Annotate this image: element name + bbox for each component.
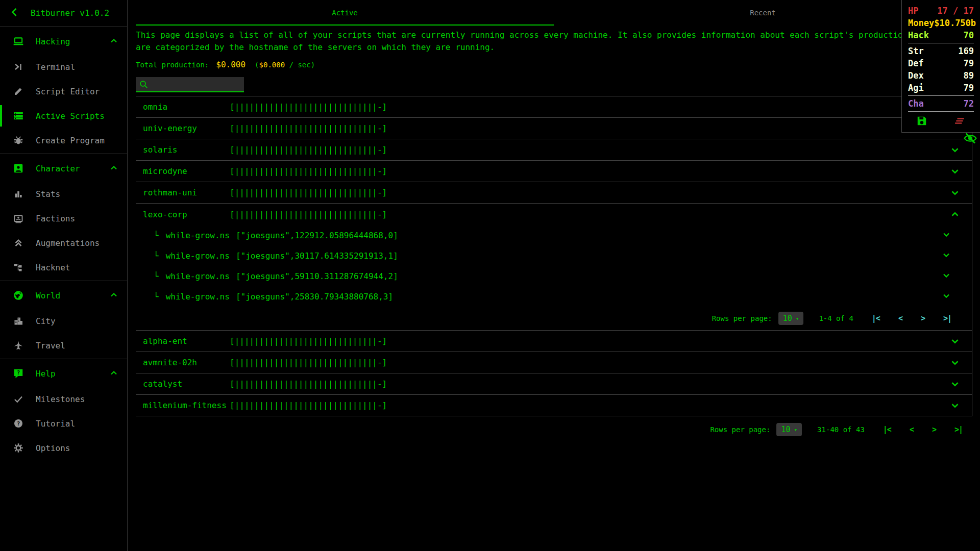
server-name: alpha-ent [143,336,230,346]
sidebar-group-label: Character [36,164,80,173]
sidebar-item-options[interactable]: Options [0,436,127,460]
server-name: lexo-corp [143,210,230,219]
chevron-down-icon [949,400,961,413]
server-row[interactable]: microdyne [|||||||||||||||||||||||||||||… [136,161,972,182]
server-row[interactable]: solaris [|||||||||||||||||||||||||||||-] [136,139,972,161]
chevron-down-icon [949,336,961,349]
total-production-rate: ($0.000 / sec) [255,61,315,69]
sidebar-item-factions[interactable]: Factions [0,206,127,231]
previous-page-icon[interactable]: < [910,425,914,434]
sidebar-group-character[interactable]: Character [0,155,127,182]
chevron-up-icon [109,368,119,380]
last-page-icon[interactable]: >| [954,425,963,434]
globe-icon [12,289,24,302]
previous-page-icon[interactable]: < [898,314,902,323]
server-list-pagination: Rows per page: 10▾ 31-40 of 43 |< < > >| [136,416,972,443]
chevron-down-icon [949,357,961,370]
server-progress-bar: [|||||||||||||||||||||||||||||-] [230,210,387,219]
gear-icon [12,442,24,454]
sidebar-group-hacking[interactable]: Hacking [0,28,127,55]
sidebar-item-terminal[interactable]: Terminal [0,55,127,79]
sidebar-item-stats[interactable]: Stats [0,182,127,206]
server-name: millenium-fitness [143,400,230,410]
server-row[interactable]: omnia [|||||||||||||||||||||||||||||-] [136,96,972,118]
collapse-sidebar-button[interactable] [8,6,21,19]
divider [908,111,974,112]
server-row[interactable]: rothman-uni [|||||||||||||||||||||||||||… [136,182,972,204]
save-game-button[interactable] [916,115,927,128]
chevron-down-icon [941,230,951,242]
active-tab-indicator [136,24,554,26]
server-progress-bar: [|||||||||||||||||||||||||||||-] [230,400,387,410]
next-page-icon[interactable]: > [921,314,925,323]
script-row[interactable]: └ while-grow.ns ["joesguns",30117.614335… [136,245,972,266]
floppy-save-icon [916,115,927,127]
server-row-expanded[interactable]: lexo-corp [|||||||||||||||||||||||||||||… [136,204,972,225]
chevron-left-icon [9,6,21,18]
server-name: solaris [143,145,230,155]
sidebar-item-label: Travel [36,341,65,350]
sidebar-item-script-editor[interactable]: Script Editor [0,79,127,104]
sidebar-item-milestones[interactable]: Milestones [0,387,127,411]
first-page-icon[interactable]: |< [872,314,880,323]
tree-branch-glyph: └ [154,271,159,281]
main-content: Active Recent This page displays a list … [128,0,980,551]
sidebar: Bitburner v1.0.2 Hacking Terminal Script… [0,0,128,551]
search-input[interactable] [152,79,238,89]
last-page-icon[interactable]: >| [943,314,951,323]
tab-strip: Active Recent [136,0,972,26]
sidebar-item-hacknet[interactable]: Hacknet [0,255,127,280]
rows-per-page-select[interactable]: 10▾ [778,312,804,325]
stat-value: 79 [964,58,974,68]
script-row[interactable]: └ while-grow.ns ["joesguns",59110.311287… [136,266,972,286]
sidebar-item-active-scripts[interactable]: Active Scripts [0,104,127,128]
sidebar-group-help[interactable]: ? Help [0,360,127,387]
script-args: ["joesguns",59110.311287674944,2] [236,271,398,281]
server-row[interactable]: catalyst [|||||||||||||||||||||||||||||-… [136,373,972,395]
server-name: rothman-uni [143,188,230,197]
stat-value: 79 [964,83,974,93]
kill-all-scripts-button[interactable] [954,115,966,128]
rows-per-page-select[interactable]: 10▾ [776,423,802,436]
script-name: while-grow.ns [166,271,230,281]
first-page-icon[interactable]: |< [883,425,891,434]
tab-active[interactable]: Active [136,0,554,26]
server-row[interactable]: avmnite-02h [|||||||||||||||||||||||||||… [136,352,972,373]
server-progress-bar: [|||||||||||||||||||||||||||||-] [230,166,387,176]
double-chevron-up-icon [12,237,24,249]
sidebar-group-world[interactable]: World [0,282,127,309]
sidebar-item-augmentations[interactable]: Augmentations [0,231,127,255]
sidebar-item-travel[interactable]: Travel [0,333,127,358]
sidebar-item-label: Create Program [36,136,105,145]
stats-overlay: HP17 / 17 Money$10.750b Hack70 Str169 De… [901,0,980,133]
tree-branch-glyph: └ [154,251,159,261]
chevron-down-icon [941,291,951,303]
visibility-off-icon [963,131,977,145]
sidebar-item-label: Augmentations [36,238,100,248]
rows-per-page-label: Rows per page: [712,314,772,322]
script-row[interactable]: └ while-grow.ns ["joesguns",122912.05896… [136,225,972,245]
stat-row-money: Money$10.750b [908,17,974,29]
sidebar-item-city[interactable]: City [0,309,127,333]
contacts-icon [12,212,24,224]
check-icon [12,393,24,405]
chevron-up-icon [109,290,119,302]
sidebar-item-label: City [36,316,56,326]
server-row[interactable]: univ-energy [|||||||||||||||||||||||||||… [136,118,972,139]
tab-label: Recent [750,9,776,17]
stat-value: 169 [958,46,974,56]
server-name: microdyne [143,166,230,176]
svg-text:?: ? [17,369,20,376]
script-row[interactable]: └ while-grow.ns ["joesguns",25830.793438… [136,286,972,307]
script-list-pagination: Rows per page: 10▾ 1-4 of 4 |< < > >| [136,307,972,330]
toggle-overlay-button[interactable] [962,131,978,147]
server-accordion-list: omnia [|||||||||||||||||||||||||||||-] u… [136,96,972,416]
server-row[interactable]: alpha-ent [|||||||||||||||||||||||||||||… [136,331,972,352]
server-row[interactable]: millenium-fitness [|||||||||||||||||||||… [136,395,972,416]
terminal-icon [12,61,24,73]
question-bubble-icon: ? [12,367,24,380]
sidebar-item-create-program[interactable]: Create Program [0,128,127,153]
svg-text:?: ? [17,420,20,427]
next-page-icon[interactable]: > [932,425,936,434]
sidebar-item-tutorial[interactable]: ? Tutorial [0,411,127,436]
